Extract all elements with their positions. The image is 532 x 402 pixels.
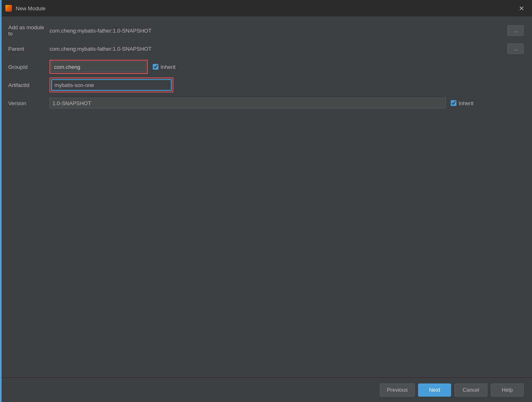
groupid-field-wrapper: Inherit xyxy=(50,60,524,74)
groupid-input[interactable] xyxy=(51,61,146,72)
artifactid-input[interactable] xyxy=(51,79,172,91)
artifactid-field-wrapper xyxy=(50,78,524,92)
add-as-module-browse-button[interactable]: ... xyxy=(507,25,524,36)
artifactid-label: ArtifactId xyxy=(8,82,50,88)
parent-label: Parent xyxy=(8,46,50,52)
artifactid-row: ArtifactId xyxy=(8,78,524,92)
parent-browse-button[interactable]: ... xyxy=(507,43,524,54)
add-as-module-row: Add as module to com.cheng:mybatis-fathe… xyxy=(8,23,524,38)
title-bar-left: New Module xyxy=(5,5,45,12)
version-input[interactable] xyxy=(50,98,446,108)
next-button[interactable]: Next xyxy=(418,383,451,397)
version-label: Version xyxy=(8,100,50,106)
version-inherit-checkbox[interactable] xyxy=(451,100,456,106)
content-area: Add as module to com.cheng:mybatis-fathe… xyxy=(0,16,532,377)
add-as-module-label: Add as module to xyxy=(8,24,50,37)
app-icon xyxy=(5,5,12,12)
dialog-footer: Previous Next Cancel Help xyxy=(0,377,532,402)
groupid-row: GroupId Inherit xyxy=(8,59,524,74)
version-inherit-label: Inherit xyxy=(459,100,473,106)
new-module-dialog: New Module ✕ Add as module to com.cheng:… xyxy=(0,0,532,402)
groupid-input-border xyxy=(50,60,148,74)
title-bar: New Module ✕ xyxy=(0,0,532,16)
groupid-label: GroupId xyxy=(8,64,50,70)
artifactid-input-border xyxy=(50,78,173,92)
left-accent-bar xyxy=(0,0,2,402)
parent-row: Parent com.cheng:mybatis-father:1.0-SNAP… xyxy=(8,41,524,56)
close-button[interactable]: ✕ xyxy=(515,2,527,14)
groupid-inherit-label: Inherit xyxy=(161,64,175,70)
version-field-wrapper: Inherit xyxy=(50,98,524,108)
cancel-button[interactable]: Cancel xyxy=(454,383,487,397)
previous-button[interactable]: Previous xyxy=(380,383,415,397)
add-as-module-value: com.cheng:mybatis-father:1.0-SNAPSHOT xyxy=(50,28,504,34)
version-inherit-container: Inherit xyxy=(451,100,473,106)
dialog-title: New Module xyxy=(16,5,45,12)
groupid-inherit-container: Inherit xyxy=(153,64,175,70)
version-row: Version Inherit xyxy=(8,96,524,110)
parent-value: com.cheng:mybatis-father:1.0-SNAPSHOT xyxy=(50,46,504,52)
groupid-inherit-checkbox[interactable] xyxy=(153,64,158,70)
help-button[interactable]: Help xyxy=(491,383,524,397)
